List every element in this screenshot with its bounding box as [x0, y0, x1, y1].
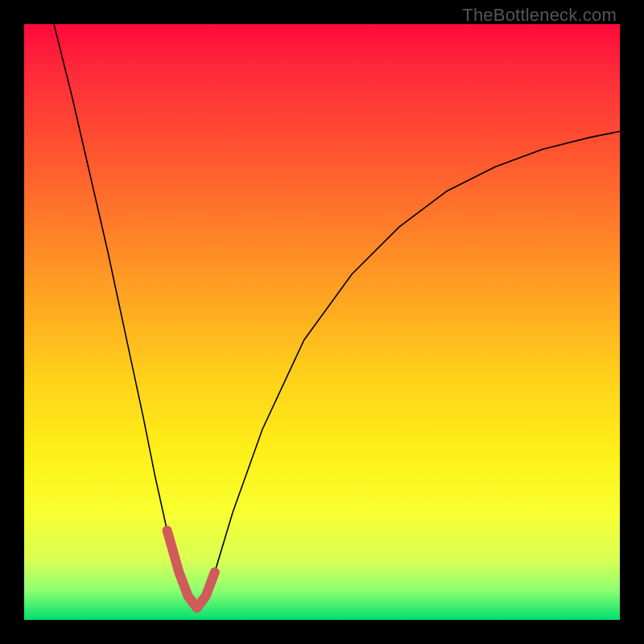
chart-frame: TheBottleneck.com: [0, 0, 644, 644]
curve-svg: [24, 24, 620, 620]
optimal-range-highlight: [167, 530, 215, 608]
bottleneck-curve: [54, 24, 620, 608]
plot-area: [24, 24, 620, 620]
watermark-text: TheBottleneck.com: [462, 5, 617, 26]
